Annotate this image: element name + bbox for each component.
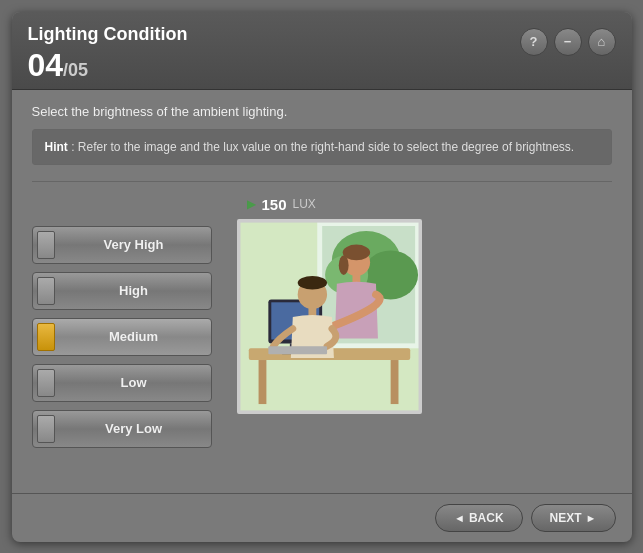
lux-arrow-icon: ▶: [247, 197, 256, 211]
header-icons: ? − ⌂: [520, 28, 616, 56]
content-area: Select the brightness of the ambient lig…: [12, 90, 632, 493]
page-title: Lighting Condition: [28, 24, 188, 45]
footer: ◄ BACK NEXT ►: [12, 493, 632, 542]
next-arrow-icon: ►: [586, 512, 597, 524]
hint-box: Hint : Refer to the image and the lux va…: [32, 129, 612, 165]
options-list: Very High High Medium Low: [32, 226, 212, 448]
scene-illustration: [239, 219, 420, 414]
main-window: Lighting Condition 04 / 05 ? − ⌂ Select …: [12, 12, 632, 542]
indicator-very-low: [37, 415, 55, 443]
description-text: Select the brightness of the ambient lig…: [32, 104, 612, 119]
hint-body: : Refer to the image and the lux value o…: [71, 140, 574, 154]
svg-point-15: [338, 255, 348, 275]
svg-point-18: [297, 275, 326, 289]
option-medium-label: Medium: [61, 329, 207, 344]
divider: [32, 181, 612, 182]
option-high-label: High: [61, 283, 207, 298]
header-left: Lighting Condition 04 / 05: [28, 24, 188, 81]
lux-display: ▶ 150 LUX: [247, 196, 612, 213]
back-arrow-icon: ◄: [454, 512, 465, 524]
next-label: NEXT: [550, 511, 582, 525]
next-button[interactable]: NEXT ►: [531, 504, 616, 532]
svg-rect-7: [258, 360, 266, 404]
option-high[interactable]: High: [32, 272, 212, 310]
option-low-label: Low: [61, 375, 207, 390]
lux-unit: LUX: [293, 197, 316, 211]
image-panel: ▶ 150 LUX: [237, 196, 612, 479]
back-button[interactable]: ◄ BACK: [435, 504, 523, 532]
lux-value: 150: [262, 196, 287, 213]
indicator-low: [37, 369, 55, 397]
indicator-very-high: [37, 231, 55, 259]
lighting-image: [237, 219, 422, 414]
option-very-high[interactable]: Very High: [32, 226, 212, 264]
main-area: Very High High Medium Low: [32, 196, 612, 479]
step-total: 05: [68, 61, 88, 79]
hint-label: Hint: [45, 140, 68, 154]
option-very-low[interactable]: Very Low: [32, 410, 212, 448]
option-low[interactable]: Low: [32, 364, 212, 402]
minimize-button[interactable]: −: [554, 28, 582, 56]
option-very-high-label: Very High: [61, 237, 207, 252]
home-button[interactable]: ⌂: [588, 28, 616, 56]
svg-rect-20: [268, 346, 327, 354]
options-panel: Very High High Medium Low: [32, 196, 217, 479]
option-very-low-label: Very Low: [61, 421, 207, 436]
svg-rect-8: [390, 360, 398, 404]
help-button[interactable]: ?: [520, 28, 548, 56]
back-label: BACK: [469, 511, 504, 525]
header: Lighting Condition 04 / 05 ? − ⌂: [12, 12, 632, 90]
option-medium[interactable]: Medium: [32, 318, 212, 356]
indicator-high: [37, 277, 55, 305]
hint-text: Hint : Refer to the image and the lux va…: [45, 138, 599, 156]
indicator-medium: [37, 323, 55, 351]
step-current: 04: [28, 49, 64, 81]
